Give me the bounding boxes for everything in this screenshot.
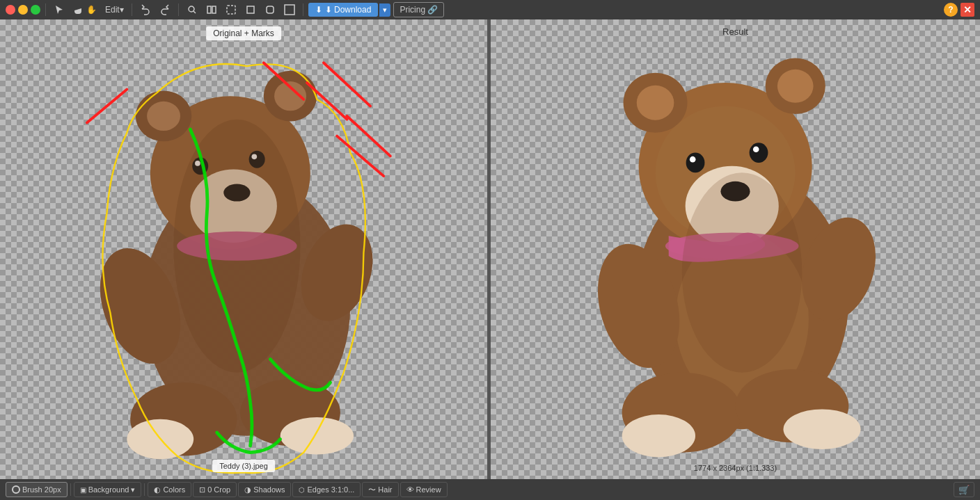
separator-4 <box>303 3 303 16</box>
crop-tool-btn[interactable]: ⊡ 0 Crop <box>193 482 237 497</box>
app-close-btn[interactable]: ✕ <box>961 3 974 17</box>
svg-point-57 <box>783 409 860 449</box>
svg-point-48 <box>690 156 696 163</box>
close-label: ✕ <box>963 4 972 15</box>
main-toolbar: ✋ Edit▾ <box>0 0 980 19</box>
download-dropdown-btn[interactable]: ▾ <box>379 3 390 17</box>
svg-point-43 <box>777 70 814 103</box>
edit-label: Edit▾ <box>105 5 124 15</box>
cart-btn[interactable]: 🛒 <box>954 482 974 497</box>
colors-tool-btn[interactable]: ◐ Colors <box>148 482 191 497</box>
pointer-tool-btn[interactable] <box>51 3 68 17</box>
hand-icon <box>73 4 84 15</box>
svg-point-49 <box>750 143 768 163</box>
original-bear-canvas[interactable] <box>0 19 487 479</box>
svg-point-30 <box>173 120 300 373</box>
main-content: Original + Marks <box>0 19 980 479</box>
download-btn[interactable]: ⬇ ⬇ Download <box>308 3 379 17</box>
zoom-btn[interactable] <box>184 3 200 17</box>
svg-rect-6 <box>285 5 294 15</box>
undo-btn[interactable] <box>137 3 154 17</box>
cart-icon: 🛒 <box>958 485 970 495</box>
background-icon: ▣ <box>80 486 86 494</box>
download-label: ⬇ Download <box>325 5 372 15</box>
pointer-icon <box>54 4 65 15</box>
window-min-btn[interactable] <box>18 5 28 15</box>
bottom-sep-2 <box>144 483 145 496</box>
download-icon: ⬇ <box>315 5 322 15</box>
original-panel-label: Original + Marks <box>206 26 281 40</box>
background-dropdown-icon: ▾ <box>131 485 135 494</box>
brush-label: Brush 20px <box>22 485 61 494</box>
redo-btn[interactable] <box>157 3 173 17</box>
svg-point-41 <box>637 86 674 120</box>
help-btn[interactable]: ? <box>944 3 958 17</box>
pricing-label: Pricing 🔗 <box>400 5 438 15</box>
result-bear-canvas <box>491 19 980 479</box>
svg-line-31 <box>87 90 127 123</box>
right-panel: Result <box>491 19 980 479</box>
redo-icon <box>159 4 171 15</box>
file-label: Teddy (3).jpeg <box>212 460 275 472</box>
crop-label: 0 Crop <box>207 485 230 494</box>
edges-icon: ⬡ <box>299 486 305 494</box>
border-icon <box>284 4 295 15</box>
square-btn[interactable] <box>242 3 259 17</box>
review-icon: 👁 <box>406 485 414 494</box>
edit-menu-btn[interactable]: Edit▾ <box>102 3 127 16</box>
select-icon <box>226 4 237 15</box>
pricing-btn[interactable]: Pricing 🔗 <box>393 2 444 17</box>
crop-icon: ⊡ <box>199 485 205 494</box>
svg-point-58 <box>682 172 802 372</box>
dimensions-label: 1774 x 2364px (1:1.333) <box>694 464 777 472</box>
separator-2 <box>132 3 132 16</box>
compare-btn[interactable] <box>203 3 220 17</box>
colors-label: Colors <box>163 485 185 494</box>
svg-point-29 <box>280 417 354 455</box>
left-panel: Original + Marks <box>0 19 487 479</box>
bottom-sep-1 <box>70 483 71 496</box>
border-btn[interactable] <box>281 3 298 17</box>
hand-tool-btn[interactable]: ✋ <box>70 3 100 17</box>
window-close-btn[interactable] <box>6 5 15 15</box>
bottom-toolbar: Brush 20px ▣ Background ▾ ◐ Colors ⊡ 0 C… <box>0 479 980 500</box>
svg-rect-5 <box>267 6 274 13</box>
brush-tool-btn[interactable]: Brush 20px <box>6 482 68 497</box>
svg-point-14 <box>147 102 180 131</box>
zoom-icon <box>187 4 198 15</box>
hair-tool-btn[interactable]: 〜 Hair <box>362 482 398 497</box>
shadows-label: Shadows <box>253 485 285 494</box>
shadows-tool-btn[interactable]: ◑ Shadows <box>238 482 291 497</box>
hair-label: Hair <box>378 485 392 494</box>
compare-icon <box>206 4 217 15</box>
svg-rect-1 <box>207 6 211 13</box>
svg-rect-2 <box>212 6 216 13</box>
undo-icon <box>140 4 151 15</box>
colors-icon: ◐ <box>154 485 161 494</box>
separator-3 <box>178 3 179 16</box>
hair-icon: 〜 <box>368 485 376 495</box>
svg-point-55 <box>622 414 695 457</box>
svg-rect-4 <box>247 6 254 13</box>
background-label: Background <box>88 485 129 494</box>
svg-line-34 <box>324 63 370 106</box>
window-max-btn[interactable] <box>31 5 40 15</box>
help-label: ? <box>948 5 953 15</box>
edges-tool-btn[interactable]: ⬡ Edges 3:1:0... <box>292 482 361 497</box>
review-label: Review <box>416 485 441 494</box>
background-tool-btn[interactable]: ▣ Background ▾ <box>74 482 142 497</box>
separator-1 <box>45 3 46 16</box>
review-tool-btn[interactable]: 👁 Review <box>400 482 448 497</box>
shadows-icon: ◑ <box>244 485 251 494</box>
svg-rect-3 <box>227 6 235 14</box>
rounded-icon <box>264 4 276 15</box>
edges-label: Edges 3:1:0... <box>307 485 354 494</box>
square-icon <box>245 4 256 15</box>
select-btn[interactable] <box>223 3 239 17</box>
svg-point-47 <box>686 153 705 173</box>
brush-circle-icon <box>12 485 20 494</box>
svg-point-50 <box>753 146 759 152</box>
svg-point-0 <box>189 6 194 12</box>
result-panel-label: Result <box>722 26 748 37</box>
rounded-btn[interactable] <box>262 3 278 17</box>
